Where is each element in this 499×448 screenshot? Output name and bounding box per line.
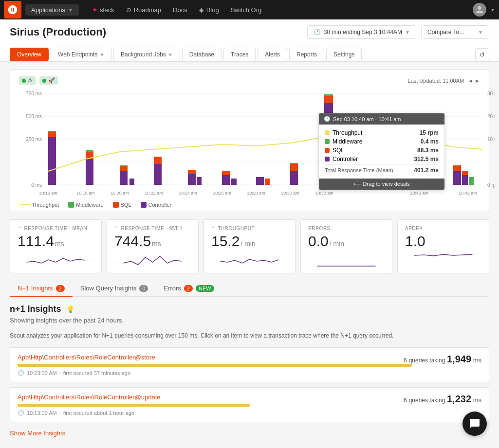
nav-button-overview[interactable]: Overview <box>10 48 49 61</box>
insights-content: n+1 Insights 💡 Showing insights over the… <box>10 304 489 437</box>
controller-color <box>325 157 330 161</box>
last-updated: Last Updated: 11:00AM ◄ ► <box>408 78 480 84</box>
top-nav: Applications ▼ ✦ slack ⊙ Roadmap Docs ◈ … <box>0 0 499 19</box>
svg-rect-21 <box>120 165 128 166</box>
svg-rect-26 <box>188 170 196 174</box>
metric-value-response-95th: 744.5ms <box>114 234 191 249</box>
svg-rect-38 <box>324 94 333 96</box>
nav-link-roadmap[interactable]: ⊙ Roadmap <box>121 4 166 16</box>
status-badge-app: ⚠ <box>19 76 36 85</box>
insight-item-2-stats: 6 queries taking 1,232 ms <box>404 394 481 405</box>
page-header: Sirius (Production) 🕐 30 min ending Sep … <box>0 19 499 62</box>
metric-label-response-95th: ⌃ Response Time - 95th <box>114 226 191 231</box>
nav-link-docs[interactable]: Docs <box>168 4 192 16</box>
nav-button-database[interactable]: Database <box>182 48 222 61</box>
nav-button-traces[interactable]: Traces <box>223 48 256 61</box>
refresh-button[interactable]: ↺ <box>475 48 489 61</box>
svg-rect-44 <box>453 165 461 171</box>
nav-link-switch-org[interactable]: Switch Org <box>226 4 267 16</box>
lightbulb-icon: 💡 <box>66 305 74 313</box>
nav-arrows[interactable]: ◄ ► <box>468 78 480 84</box>
alert-icon: ⚠ <box>28 77 33 84</box>
chat-button[interactable] <box>462 412 487 436</box>
svg-rect-31 <box>256 177 264 185</box>
svg-rect-27 <box>197 177 202 185</box>
page-title: Sirius (Production) <box>10 26 106 38</box>
svg-rect-13 <box>48 137 56 185</box>
tab-n1-insights[interactable]: N+1 Insights 2 <box>10 281 73 297</box>
nav-button-settings[interactable]: Settings <box>326 48 362 61</box>
user-chevron-icon[interactable]: ▼ <box>490 7 495 13</box>
roadmap-icon: ⊙ <box>126 6 131 14</box>
svg-rect-23 <box>154 164 162 185</box>
svg-text:10:24 am: 10:24 am <box>179 191 197 196</box>
chart-svg-wrapper[interactable]: 750 ms 500 ms 250 ms 0 ms 30 rpm 20 rpm … <box>15 89 484 202</box>
metric-throughput: ⌃ Throughput 15.2/ min <box>203 219 296 273</box>
metric-label-response-mean: ⌃ Response Time - Mean <box>18 226 94 231</box>
main-content: ⚠ 🚀 Last Updated: 11:00AM ◄ ► <box>0 62 499 444</box>
metric-response-95th: ⌃ Response Time - 95th 744.5ms <box>107 219 199 273</box>
insight-item-1-meta: 🕐 10:23:00 AM · first occured 37 minutes… <box>18 370 481 376</box>
status-indicators: ⚠ 🚀 <box>19 76 58 85</box>
user-avatar[interactable] <box>473 3 486 17</box>
tooltip-drag[interactable]: ⟵ Drag to view details <box>319 179 444 190</box>
tooltip-row-sql: SQL 88.3 ms <box>325 146 439 155</box>
compare-button[interactable]: Compare To... ▼ <box>421 25 489 39</box>
svg-text:10:30 am: 10:30 am <box>281 191 299 196</box>
svg-text:500 ms: 500 ms <box>26 114 42 119</box>
svg-text:250 ms: 250 ms <box>26 137 42 142</box>
insight-item-1-progress <box>18 364 412 367</box>
chevron-up-icon-3: ⌃ <box>211 226 216 231</box>
insights-tabs: N+1 Insights 2 Slow Query Insights 0 Err… <box>10 281 489 297</box>
nav-right: ▼ <box>473 3 495 17</box>
tab-slow-query[interactable]: Slow Query Insights 0 <box>73 281 156 297</box>
app-selector[interactable]: Applications ▼ <box>25 4 79 16</box>
metric-label-apdex: Apdex <box>405 226 481 231</box>
time-chevron-icon: ▼ <box>405 30 410 35</box>
legend-controller: Controller <box>141 202 172 208</box>
svg-text:10:18 am: 10:18 am <box>76 191 95 196</box>
svg-text:30 rpm: 30 rpm <box>487 91 495 96</box>
chart-tooltip: 🕐 Sep 03 10:40 am - 10:41 am Throughput … <box>318 113 445 190</box>
tooltip-row-middleware: Middleware 0.4 ms <box>325 137 439 146</box>
nav-button-background-jobs[interactable]: Background Jobs ▼ <box>113 48 180 61</box>
nav-button-reports[interactable]: Reports <box>289 48 324 61</box>
nav-link-blog[interactable]: ◈ Blog <box>194 4 224 16</box>
sql-color <box>325 148 330 153</box>
nav-button-alerts[interactable]: Alerts <box>258 48 287 61</box>
tooltip-row-throughput: Throughput 15 rpm <box>325 128 439 137</box>
clock-icon-3: 🕐 <box>18 410 24 416</box>
svg-rect-19 <box>120 171 128 185</box>
sparkline-errors <box>308 252 385 267</box>
legend-middleware: Middleware <box>68 202 103 208</box>
metric-apdex: Apdex 1.0 <box>397 219 489 273</box>
insight-item-2: 6 queries taking 1,232 ms App\Http\Contr… <box>10 387 489 422</box>
insight-item-2-progress <box>18 404 250 407</box>
metric-value-response-mean: 111.4ms <box>18 234 94 249</box>
insight-item-2-meta: 🕐 10:13:00 AM · first occured about 1 ho… <box>18 410 481 416</box>
show-more-link[interactable]: Show More Insights <box>10 430 65 437</box>
svg-text:0 rpm: 0 rpm <box>487 182 495 188</box>
app-logo[interactable] <box>4 1 21 18</box>
sparkline-response-mean <box>18 252 94 267</box>
slow-query-badge: 0 <box>139 285 148 292</box>
svg-rect-28 <box>222 175 230 185</box>
svg-text:10:20 am: 10:20 am <box>111 191 129 196</box>
compare-chevron-icon: ▼ <box>478 30 483 35</box>
svg-rect-22 <box>129 179 134 185</box>
insight-item-1-stats: 6 queries taking 1,949 ms <box>404 354 481 365</box>
tab-errors[interactable]: Errors 2 NEW <box>156 281 222 297</box>
svg-rect-15 <box>48 131 56 132</box>
errors-new-badge: NEW <box>196 285 214 292</box>
nav-button-web-endpoints[interactable]: Web Endpoints ▼ <box>51 48 111 61</box>
svg-rect-25 <box>188 174 196 185</box>
clock-icon: 🕐 <box>324 116 331 122</box>
nav-link-slack[interactable]: ✦ slack <box>87 4 119 16</box>
clock-icon: 🕐 <box>314 29 321 36</box>
time-selector-button[interactable]: 🕐 30 min ending Sep 3 10:44AM ▼ <box>307 25 416 39</box>
insights-title: n+1 Insights <box>10 304 61 314</box>
metric-errors: Errors 0.0/ min <box>300 219 392 273</box>
metric-value-throughput: 15.2/ min <box>211 234 288 249</box>
chart-header: ⚠ 🚀 Last Updated: 11:00AM ◄ ► <box>15 74 484 89</box>
svg-rect-16 <box>86 159 93 185</box>
